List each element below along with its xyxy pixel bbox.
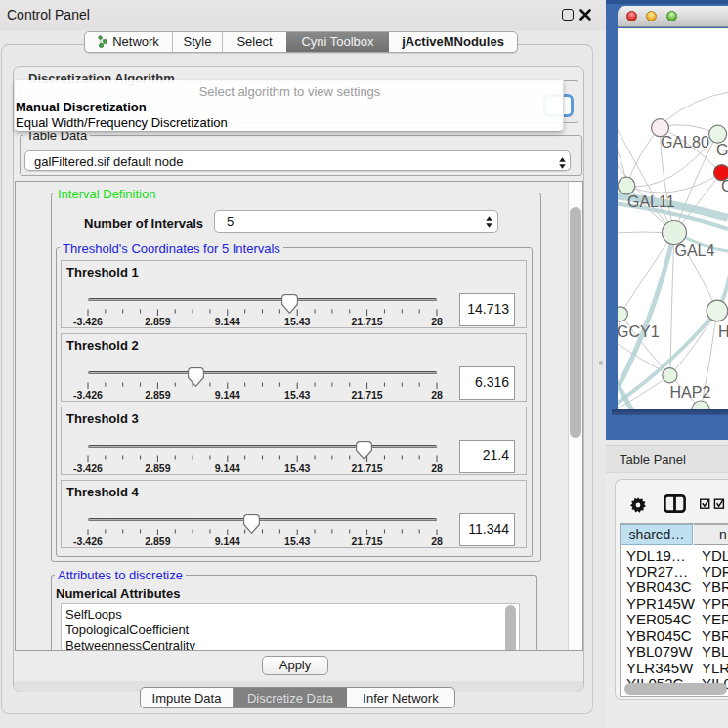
svg-text:GAL11: GAL11	[627, 193, 675, 210]
svg-text:GAL80: GAL80	[661, 134, 709, 150]
svg-text:H: H	[718, 323, 728, 340]
svg-text:GAL4: GAL4	[675, 242, 715, 259]
svg-text:C: C	[721, 178, 728, 194]
svg-text:HAP2: HAP2	[670, 384, 711, 401]
svg-text:G: G	[716, 142, 728, 158]
svg-text:GCY1: GCY1	[618, 323, 660, 340]
